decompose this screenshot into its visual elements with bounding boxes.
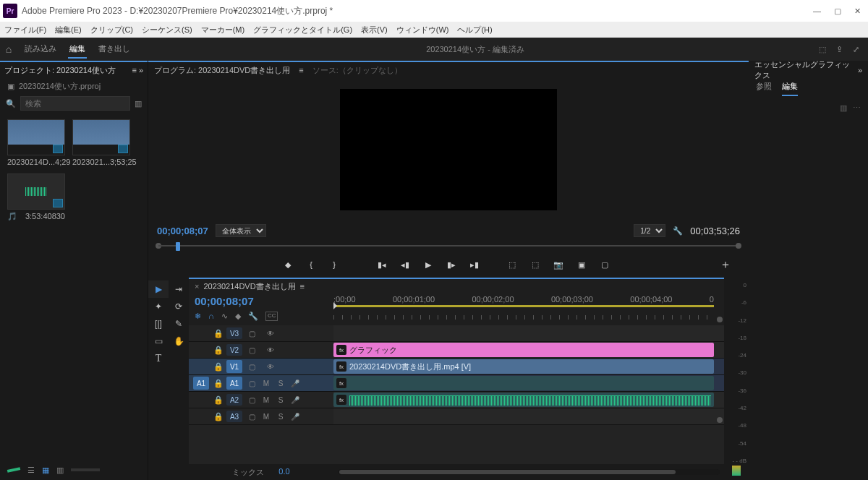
- mark-out-button[interactable]: }: [328, 260, 341, 269]
- track-header-v2[interactable]: 🔒V2▢👁: [189, 342, 333, 359]
- zoom-fit-select[interactable]: 全体表示: [216, 224, 266, 237]
- add-button[interactable]: ＋: [720, 257, 731, 273]
- track-select-tool[interactable]: ⇥: [169, 280, 189, 298]
- clip-audio-a2[interactable]: fx: [333, 393, 714, 407]
- hand-tool[interactable]: ✋: [169, 333, 189, 350]
- menu-file[interactable]: ファイル(F): [4, 25, 46, 35]
- timeline-hscroll[interactable]: [338, 469, 720, 475]
- menu-edit[interactable]: 編集(E): [55, 25, 82, 35]
- ripple-tool[interactable]: ✦: [148, 298, 169, 315]
- track-a2[interactable]: fx: [333, 392, 724, 408]
- project-item[interactable]: 🎵3:53:40830: [7, 173, 65, 221]
- settings-icon[interactable]: 🔧: [673, 226, 683, 236]
- track-v1[interactable]: fx20230214DVD書き出し用.mp4 [V]: [333, 359, 724, 375]
- eg-tab-browse[interactable]: 参照: [756, 81, 772, 96]
- icon-view-icon[interactable]: ▦: [42, 466, 49, 475]
- track-header-v1[interactable]: 🔒V1▢👁: [189, 359, 333, 375]
- menu-sequence[interactable]: シーケンス(S): [142, 25, 192, 35]
- razor-tool[interactable]: [|]: [148, 315, 169, 333]
- new-layer-icon[interactable]: ▥: [840, 103, 847, 113]
- clip-video[interactable]: fx20230214DVD書き出し用.mp4 [V]: [333, 359, 714, 374]
- track-v3[interactable]: [333, 325, 724, 342]
- panel-menu-icon[interactable]: ≡ »: [132, 66, 143, 74]
- workspace-import[interactable]: 読み込み: [23, 40, 58, 59]
- clip-audio-a1[interactable]: fx: [333, 376, 714, 390]
- new-bin-icon[interactable]: ▥: [135, 99, 142, 108]
- marker-toggle-icon[interactable]: ◆: [235, 312, 241, 321]
- close-button[interactable]: ✕: [854, 7, 861, 16]
- eg-options-icon[interactable]: ⋯: [853, 103, 861, 113]
- type-tool[interactable]: T: [148, 350, 169, 367]
- menu-help[interactable]: ヘルプ(H): [457, 25, 492, 35]
- maximize-button[interactable]: ▢: [834, 7, 841, 16]
- fullscreen-icon[interactable]: ⤢: [853, 45, 859, 54]
- zoom-handle[interactable]: [717, 417, 723, 423]
- pencil-icon[interactable]: [7, 467, 20, 473]
- project-search-input[interactable]: [20, 96, 130, 111]
- freeform-view-icon[interactable]: ▥: [56, 466, 64, 475]
- zoom-handle[interactable]: [717, 317, 723, 322]
- share-icon[interactable]: ⇪: [836, 45, 843, 54]
- program-scrubber[interactable]: [158, 240, 739, 252]
- program-monitor[interactable]: [340, 89, 557, 210]
- menu-view[interactable]: 表示(V): [361, 25, 388, 35]
- track-header-a1[interactable]: A1🔒A1▢MS🎤: [189, 375, 333, 392]
- list-view-icon[interactable]: ☰: [27, 466, 35, 475]
- play-button[interactable]: ▶: [422, 260, 435, 270]
- extract-button[interactable]: ⬚: [529, 260, 542, 270]
- track-v2[interactable]: fxグラフィック: [333, 342, 724, 359]
- clip-graphic[interactable]: fxグラフィック: [333, 343, 714, 357]
- safe-margins-button[interactable]: ▢: [598, 260, 611, 270]
- mix-value[interactable]: 0.0: [278, 467, 289, 478]
- eg-panel-header[interactable]: エッセンシャルグラフィックス»: [749, 61, 868, 78]
- project-item[interactable]: 20230214D...4;29: [7, 119, 65, 166]
- export-frame-button[interactable]: 📷: [552, 260, 565, 270]
- selection-tool[interactable]: ▶: [148, 280, 169, 298]
- track-header-a3[interactable]: 🔒A3▢MS🎤: [189, 408, 333, 425]
- program-timecode[interactable]: 00;00;08;07: [157, 226, 208, 236]
- track-header-a2[interactable]: 🔒A2▢MS🎤: [189, 392, 333, 408]
- workspace-edit[interactable]: 編集: [68, 40, 87, 59]
- home-button[interactable]: ⌂: [0, 43, 17, 55]
- timeline-ruler[interactable]: ;00;00 00;00;01;00 00;00;02;00 00;00;03;…: [333, 293, 724, 325]
- work-area-bar[interactable]: [333, 305, 714, 307]
- step-forward-button[interactable]: ▮▸: [445, 260, 458, 270]
- eg-tab-edit[interactable]: 編集: [782, 81, 798, 96]
- mark-in-button[interactable]: {: [305, 260, 318, 269]
- settings-wrench-icon[interactable]: 🔧: [248, 312, 258, 321]
- resolution-select[interactable]: 1/2: [634, 224, 665, 237]
- panel-menu-icon[interactable]: »: [858, 66, 862, 74]
- snap-icon[interactable]: ❄: [195, 312, 201, 321]
- go-to-in-button[interactable]: ▮◂: [375, 260, 388, 270]
- minimize-button[interactable]: —: [813, 7, 821, 16]
- timeline-panel-header[interactable]: × 20230214DVD書き出し用 ≡: [189, 278, 724, 293]
- track-header-v3[interactable]: 🔒V3▢👁: [189, 325, 333, 342]
- menu-clip[interactable]: クリップ(C): [90, 25, 133, 35]
- compare-view-button[interactable]: ▣: [575, 260, 588, 270]
- go-to-out-button[interactable]: ▸▮: [468, 260, 481, 270]
- step-back-button[interactable]: ◂▮: [399, 260, 412, 270]
- close-sequence-icon[interactable]: ×: [195, 282, 199, 291]
- lift-button[interactable]: ⬚: [506, 260, 519, 270]
- quick-export-icon[interactable]: ⬚: [819, 45, 826, 54]
- cc-icon[interactable]: CC: [265, 312, 278, 321]
- playhead-icon[interactable]: [176, 242, 180, 251]
- track-a3[interactable]: [333, 408, 724, 425]
- magnet-icon[interactable]: ∩: [208, 312, 214, 321]
- menu-window[interactable]: ウィンドウ(W): [396, 25, 449, 35]
- menu-marker[interactable]: マーカー(M): [201, 25, 245, 35]
- rectangle-tool[interactable]: ▭: [148, 333, 169, 350]
- program-panel-header[interactable]: プログラム: 20230214DVD書き出し用 ≡ ソース:（クリップなし）: [148, 61, 749, 78]
- project-item[interactable]: 2023021...3;53;25: [72, 119, 130, 166]
- pen-tool[interactable]: ✎: [169, 315, 189, 333]
- track-a1[interactable]: fx: [333, 375, 724, 392]
- project-panel-header[interactable]: プロジェクト: 20230214使い方 ≡ »: [0, 61, 148, 78]
- menu-graphics[interactable]: グラフィックとタイトル(G): [253, 25, 352, 35]
- linked-selection-icon[interactable]: ∿: [221, 312, 228, 321]
- zoom-slider[interactable]: [71, 468, 100, 471]
- timeline-timecode[interactable]: 00;00;08;07: [195, 295, 328, 307]
- workspace-export[interactable]: 書き出し: [97, 40, 132, 59]
- rolling-tool[interactable]: ⟳: [169, 298, 189, 315]
- panel-menu-icon[interactable]: ≡: [299, 66, 303, 74]
- panel-menu-icon[interactable]: ≡: [300, 282, 305, 291]
